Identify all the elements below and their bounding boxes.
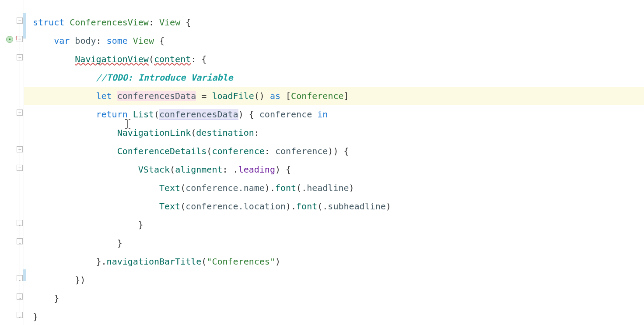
punct: : bbox=[254, 127, 259, 138]
paren: ( bbox=[180, 201, 186, 212]
brace: { bbox=[249, 109, 254, 120]
function-call: Text bbox=[159, 201, 180, 212]
type-name: ConferencesView bbox=[70, 17, 149, 28]
identifier: conference bbox=[275, 146, 328, 156]
code-line[interactable]: return List(conferencesData) { conferenc… bbox=[33, 105, 644, 124]
function-call: ConferenceDetails bbox=[117, 146, 207, 156]
code-line[interactable]: ConferenceDetails(conference: conference… bbox=[33, 142, 644, 160]
string-literal: "Conferences" bbox=[206, 256, 275, 267]
function-call: NavigationView bbox=[75, 54, 149, 64]
paren: ) bbox=[386, 201, 391, 212]
brace: } bbox=[117, 238, 122, 248]
code-line[interactable]: } bbox=[33, 215, 644, 234]
function-call: List bbox=[133, 109, 154, 120]
paren: ( bbox=[296, 183, 301, 193]
identifier: conference.name bbox=[186, 183, 265, 193]
brace: } bbox=[33, 311, 38, 322]
todo-comment: TODO: Introduce Variable bbox=[107, 72, 233, 83]
brace: } bbox=[138, 219, 144, 230]
code-area[interactable]: struct ConferencesView: View { var body:… bbox=[24, 0, 644, 325]
code-line[interactable]: let conferencesData = loadFile() as [Con… bbox=[24, 87, 644, 105]
gutter: ↑ bbox=[0, 0, 24, 325]
code-line[interactable]: } bbox=[33, 289, 644, 307]
brace: { bbox=[201, 54, 206, 64]
paren: ( bbox=[170, 164, 175, 175]
parens: () bbox=[254, 91, 265, 101]
punct: : bbox=[191, 54, 196, 64]
identifier: conferencesData bbox=[117, 91, 196, 101]
keyword: in bbox=[317, 109, 328, 120]
code-line[interactable]: struct ConferencesView: View { bbox=[33, 13, 644, 32]
punct: : bbox=[96, 35, 102, 46]
paren: ( bbox=[317, 201, 322, 212]
paren: ( bbox=[149, 54, 154, 64]
keyword: struct bbox=[33, 17, 64, 28]
code-line[interactable]: var body: some View { bbox=[33, 32, 644, 50]
param-label: alignment bbox=[175, 164, 222, 175]
punct: . bbox=[301, 183, 307, 193]
brace: { bbox=[286, 164, 291, 175]
type-name: Conference bbox=[291, 91, 343, 101]
bracket: ] bbox=[344, 91, 349, 101]
function-call: font bbox=[275, 183, 296, 193]
function-call: VStack bbox=[138, 164, 170, 175]
identifier: conference bbox=[259, 109, 312, 120]
function-call: Text bbox=[159, 183, 180, 193]
paren: ( bbox=[201, 256, 206, 267]
identifier: conferencesData bbox=[159, 109, 238, 120]
code-line[interactable] bbox=[33, 0, 644, 13]
keyword: as bbox=[270, 91, 280, 101]
code-line[interactable]: //TODO: Introduce Variable bbox=[33, 68, 644, 87]
code-line[interactable]: } bbox=[33, 307, 644, 325]
punct: . bbox=[270, 183, 275, 193]
code-editor[interactable]: ↑ struct ConferencesView: View { var bod… bbox=[0, 0, 644, 325]
comment-slashes: // bbox=[96, 72, 107, 83]
inspection-marker-icon[interactable] bbox=[6, 36, 13, 43]
comment: //TODO: Introduce Variable bbox=[96, 72, 233, 83]
brace: { bbox=[186, 17, 191, 28]
brace: } bbox=[96, 256, 102, 267]
punct: . bbox=[102, 256, 107, 267]
param-label: content bbox=[154, 54, 191, 64]
code-line[interactable]: } bbox=[33, 234, 644, 252]
brace: { bbox=[343, 146, 349, 156]
keyword: some bbox=[107, 35, 128, 46]
paren: ( bbox=[154, 109, 159, 120]
identifier: conference.location bbox=[186, 201, 286, 212]
type-name: View bbox=[133, 35, 154, 46]
param-label: conference bbox=[212, 146, 264, 156]
paren: ) bbox=[349, 183, 354, 193]
function-call: navigationBarTitle bbox=[107, 256, 202, 267]
punct: : bbox=[223, 164, 228, 175]
fold-line bbox=[20, 24, 20, 312]
paren: ( bbox=[206, 146, 212, 156]
paren: ) bbox=[275, 256, 280, 267]
code-line[interactable]: }) bbox=[33, 271, 644, 289]
fold-toggle-icon[interactable] bbox=[17, 18, 23, 24]
paren: ( bbox=[191, 127, 196, 138]
identifier: body bbox=[75, 35, 96, 46]
code-line[interactable]: NavigationLink(destination: bbox=[33, 124, 644, 142]
code-line[interactable]: NavigationView(content: { bbox=[33, 50, 644, 68]
enum-case: headline bbox=[307, 183, 349, 193]
code-line[interactable]: Text(conference.location).font(.subheadl… bbox=[33, 197, 644, 215]
punct: . bbox=[322, 201, 328, 212]
paren: ) bbox=[275, 164, 280, 175]
fold-end-icon[interactable] bbox=[17, 312, 23, 318]
punct: . bbox=[291, 201, 296, 212]
code-line[interactable]: }.navigationBarTitle("Conferences") bbox=[33, 252, 644, 271]
function-call: font bbox=[296, 201, 317, 212]
bracket: [ bbox=[286, 91, 291, 101]
code-line[interactable]: Text(conference.name).font(.headline) bbox=[33, 179, 644, 197]
paren: )) bbox=[328, 146, 338, 156]
brace: } bbox=[54, 293, 59, 304]
function-call: NavigationLink bbox=[117, 127, 191, 138]
punct: = bbox=[201, 91, 206, 101]
enum-case: leading bbox=[238, 164, 275, 175]
punct: . bbox=[233, 164, 238, 175]
paren: ) bbox=[286, 201, 291, 212]
param-label: destination bbox=[196, 127, 254, 138]
brace: }) bbox=[75, 275, 85, 285]
code-line[interactable]: VStack(alignment: .leading) { bbox=[33, 160, 644, 179]
brace: { bbox=[159, 35, 164, 46]
